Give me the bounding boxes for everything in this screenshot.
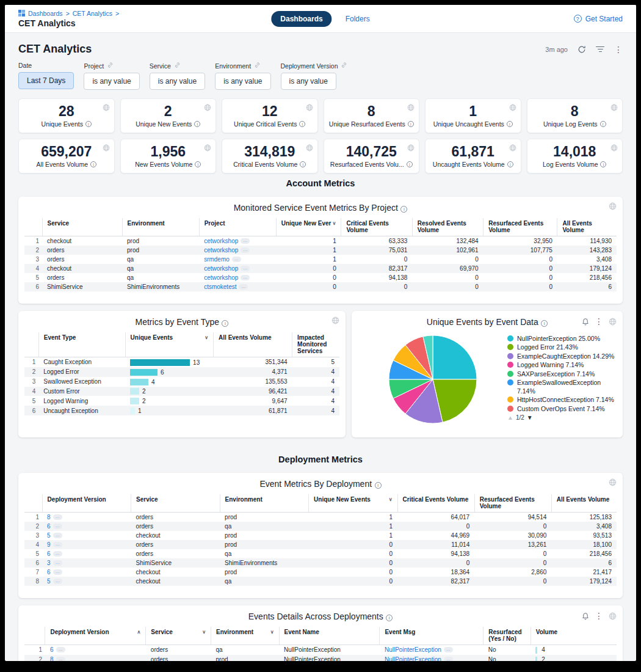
- cell-link[interactable]: NullPointerException: [385, 656, 441, 661]
- globe-icon[interactable]: [609, 612, 617, 620]
- column-header-resolved-events-volume[interactable]: Resolved Events Volume: [412, 218, 483, 236]
- column-header-resurfaced-events-volume[interactable]: Resurfaced Events Volume: [483, 218, 557, 236]
- ellipsis-badge[interactable]: …: [444, 657, 453, 661]
- column-header-project[interactable]: Project: [199, 218, 276, 236]
- cell-link[interactable]: srmdemo: [204, 256, 230, 263]
- breadcrumb-cet-analytics[interactable]: CET Analytics: [73, 10, 112, 17]
- column-header-critical-events-volume[interactable]: Critical Events Volume: [397, 494, 474, 513]
- ellipsis-badge[interactable]: …: [53, 533, 62, 538]
- cell-link[interactable]: cetworkshop: [204, 247, 238, 254]
- info-icon[interactable]: i: [375, 482, 382, 489]
- legend-item[interactable]: HttpHostConnectException 7.14%: [507, 396, 617, 404]
- bell-icon[interactable]: [582, 318, 589, 326]
- cell-link[interactable]: ctsmoketest: [204, 283, 236, 290]
- globe-icon[interactable]: [509, 103, 516, 114]
- ellipsis-badge[interactable]: …: [56, 647, 65, 652]
- globe-icon[interactable]: [331, 316, 339, 324]
- column-header-deployment-version[interactable]: Deployment Version∧: [45, 627, 146, 645]
- info-icon[interactable]: i: [507, 161, 513, 167]
- cell-link[interactable]: 6: [47, 569, 51, 575]
- kebab-menu-icon[interactable]: ⋮: [614, 45, 623, 54]
- column-header-deployment-version[interactable]: Deployment Version: [42, 494, 131, 513]
- globe-icon[interactable]: [509, 143, 516, 154]
- column-header-event-type[interactable]: Event Type: [38, 332, 125, 357]
- column-header-environment[interactable]: Environment∨: [211, 627, 280, 645]
- cell-link[interactable]: 6: [50, 646, 54, 653]
- legend-item[interactable]: Logged Error 21.43%: [507, 343, 617, 351]
- info-icon[interactable]: i: [507, 121, 513, 127]
- column-header-resurfaced[interactable]: Resurfaced(Yes / No): [483, 627, 531, 645]
- column-header-event-msg[interactable]: Event Msg: [380, 627, 483, 645]
- breadcrumb-dashboards[interactable]: Dashboards: [28, 10, 63, 17]
- column-header-critical-events-volume[interactable]: Critical Events Volume: [341, 218, 412, 236]
- cell-link[interactable]: 3: [47, 560, 51, 566]
- cell-link[interactable]: 8: [47, 514, 51, 520]
- column-header-service[interactable]: Service: [131, 494, 220, 513]
- info-icon[interactable]: i: [300, 161, 306, 167]
- filter-value-button[interactable]: Last 7 Days: [18, 72, 74, 89]
- info-icon[interactable]: i: [386, 615, 393, 621]
- globe-icon[interactable]: [609, 202, 617, 210]
- legend-page-up-icon[interactable]: ▲: [507, 414, 513, 421]
- tab-folders[interactable]: Folders: [346, 15, 370, 23]
- filter-value-button[interactable]: is any value: [281, 73, 336, 90]
- ellipsis-badge[interactable]: …: [232, 257, 241, 262]
- info-icon[interactable]: i: [222, 320, 228, 327]
- kebab-icon[interactable]: ⋮: [595, 611, 603, 621]
- ellipsis-badge[interactable]: …: [241, 275, 250, 280]
- kebab-icon[interactable]: ⋮: [595, 316, 603, 326]
- legend-item[interactable]: Custom OverOps Event 7.14%: [507, 405, 617, 413]
- column-header-volume[interactable]: Volume: [531, 627, 617, 645]
- cell-link[interactable]: 5: [47, 578, 51, 585]
- bell-icon[interactable]: [582, 612, 589, 620]
- ellipsis-badge[interactable]: …: [241, 247, 250, 253]
- column-header-event-name[interactable]: Event Name: [279, 627, 380, 645]
- column-header-resurfaced-events-volume[interactable]: Resurfaced Events Volume: [474, 494, 551, 513]
- tab-dashboards[interactable]: Dashboards: [271, 11, 331, 27]
- cell-link[interactable]: cetworkshop: [204, 265, 238, 272]
- column-header-all-events-volume[interactable]: All Events Volume: [214, 332, 292, 357]
- column-header-service[interactable]: Service: [42, 218, 122, 236]
- column-header-service[interactable]: Service∨: [146, 627, 211, 645]
- info-icon[interactable]: i: [299, 121, 305, 127]
- legend-item[interactable]: Logged Warning 7.14%: [507, 361, 617, 369]
- filter-icon[interactable]: [596, 46, 604, 53]
- legend-item[interactable]: SAXParseException 7.14%: [507, 370, 617, 378]
- column-header-all-events-volume[interactable]: All Events Volume: [557, 218, 617, 236]
- filter-value-button[interactable]: is any value: [215, 73, 270, 90]
- info-icon[interactable]: i: [194, 121, 200, 127]
- ellipsis-badge[interactable]: …: [444, 647, 453, 652]
- globe-icon[interactable]: [306, 103, 313, 114]
- globe-icon[interactable]: [609, 318, 617, 326]
- ellipsis-badge[interactable]: …: [239, 284, 248, 290]
- globe-icon[interactable]: [609, 478, 617, 486]
- legend-item[interactable]: ExampleSwallowedException 7.14%: [507, 379, 617, 395]
- cell-link[interactable]: cetworkshop: [204, 238, 238, 244]
- ellipsis-badge[interactable]: …: [53, 579, 62, 584]
- column-header-all-events-volume[interactable]: All Events Volume: [551, 494, 617, 513]
- info-icon[interactable]: i: [407, 161, 413, 167]
- info-icon[interactable]: i: [408, 121, 414, 127]
- globe-icon[interactable]: [204, 103, 211, 114]
- globe-icon[interactable]: [407, 143, 415, 154]
- globe-icon[interactable]: [407, 103, 415, 114]
- ellipsis-badge[interactable]: …: [53, 514, 62, 520]
- cell-link[interactable]: cetworkshop: [204, 274, 238, 281]
- filter-value-button[interactable]: is any value: [150, 73, 205, 90]
- ellipsis-badge[interactable]: …: [241, 266, 250, 271]
- ellipsis-badge[interactable]: …: [53, 569, 62, 575]
- cell-link[interactable]: NullPointerException: [385, 646, 441, 653]
- info-icon[interactable]: i: [195, 161, 201, 167]
- cell-link[interactable]: 8: [50, 656, 54, 661]
- ellipsis-badge[interactable]: …: [241, 238, 250, 244]
- column-header-unique-new-ever[interactable]: Unique New Ever∨: [276, 218, 341, 236]
- globe-icon[interactable]: [103, 103, 110, 114]
- info-icon[interactable]: i: [600, 121, 606, 127]
- info-icon[interactable]: i: [400, 206, 407, 213]
- ellipsis-badge[interactable]: …: [53, 524, 62, 529]
- info-icon[interactable]: i: [541, 320, 548, 327]
- cell-link[interactable]: 9: [47, 541, 51, 548]
- info-icon[interactable]: i: [90, 161, 96, 167]
- globe-icon[interactable]: [610, 103, 618, 114]
- ellipsis-badge[interactable]: …: [53, 542, 62, 547]
